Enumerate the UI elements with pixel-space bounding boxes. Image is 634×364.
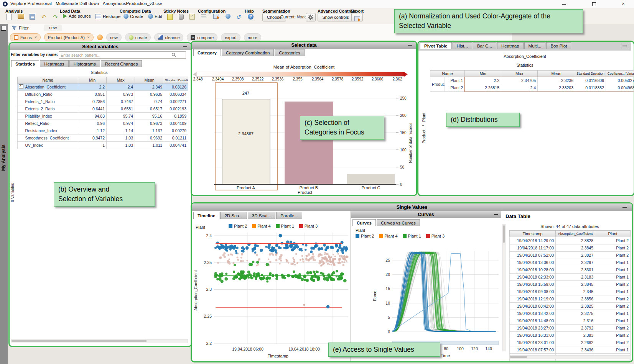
checkbox-checked-icon[interactable] <box>19 84 23 89</box>
toolbar-button-reshape[interactable]: Reshape <box>95 14 120 19</box>
checkbox-cell[interactable] <box>18 142 24 149</box>
window-restore-button[interactable] <box>589 1 599 7</box>
window-minimize-button[interactable] <box>559 1 569 7</box>
legend-item-plant-2[interactable]: Plant 2 <box>229 224 247 228</box>
toolbar-button-note-edit[interactable] <box>189 14 195 20</box>
data-row[interactable]: 19/04/2018 14:48:002.316Plant 1 <box>510 317 631 325</box>
toolbar-button-edit-ball[interactable]: Edit <box>148 14 162 19</box>
tab-statistics[interactable]: Statistics <box>11 60 39 67</box>
toolbar-button-help[interactable] <box>248 14 254 20</box>
tab-heatmaps[interactable]: Heatmaps <box>40 60 68 67</box>
data-row[interactable]: 19/04/2018 15:59:002.3845Plant 2 <box>510 281 631 288</box>
segmentation-gear-button[interactable] <box>306 13 316 21</box>
tab-multi[interactable]: Multi... <box>524 42 546 49</box>
restore-panel-icon[interactable] <box>1 26 6 31</box>
data-row[interactable]: 19/04/2018 12:19:002.3856Plant 2 <box>510 295 631 303</box>
toolbar-button-list[interactable] <box>201 14 206 18</box>
legend-item-plant-4[interactable]: Plant 4 <box>252 224 270 228</box>
data-row[interactable]: 19/04/2018 14:29:002.3828Plant 2 <box>510 237 631 244</box>
column-header-standard-deviation[interactable]: Standard Deviation <box>575 71 606 77</box>
filter-tag-focus[interactable]: Focus <box>10 33 41 41</box>
toolbar-button-undo[interactable] <box>41 14 46 21</box>
column-header-max[interactable]: Max <box>107 77 135 84</box>
color-gradient-bar[interactable] <box>196 72 404 77</box>
variable-row-reflect-ratio[interactable]: Reflect_Ratio0.960.9740.96730.004109 <box>18 120 188 127</box>
data-table-vscrollbar[interactable] <box>502 224 506 351</box>
toolbar-button-sphere[interactable] <box>226 14 231 19</box>
column-header-name[interactable]: Name <box>430 71 465 77</box>
variable-row-smoothness-coefficient[interactable]: Smoothness_Coefficient0.94721.030.96920.… <box>18 134 188 142</box>
data-row[interactable]: 19/04/2018 18:42:002.3275Plant 1 <box>510 310 631 317</box>
filter-tag-more[interactable]: more <box>244 33 261 41</box>
tab-recent-changes[interactable]: Recent Changes <box>101 60 142 67</box>
column-header-timestamp[interactable]: Timestamp <box>510 231 556 237</box>
variable-row-resistance-index[interactable]: Resistance_Index1.121.141.1370.00279 <box>18 127 188 134</box>
checkbox-cell[interactable] <box>18 134 24 142</box>
checkbox-cell[interactable] <box>18 91 24 98</box>
tab-3d-scat[interactable]: 3D Scat... <box>248 212 276 219</box>
minimize-single-values[interactable] <box>622 207 627 208</box>
variable-row-diffusion-ratio[interactable]: Diffusion_Ratio0.9510.9730.96350.006334 <box>18 91 188 98</box>
toolbar-button-eraser[interactable] <box>179 14 184 20</box>
data-row[interactable]: 19/04/2018 11:17:002.3845Plant 2 <box>510 244 631 252</box>
tag-close-icon[interactable] <box>35 35 37 39</box>
data-row[interactable]: 19/04/2018 23:27:002.3792Plant 2 <box>510 325 631 332</box>
variable-row-pliability-index[interactable]: Pliability_Index94.8395.7495.160.1859 <box>18 113 188 120</box>
tab-categories[interactable]: Categories <box>275 49 305 56</box>
data-row[interactable]: 19/04/2018 13:36:002.3297Plant 1 <box>510 259 631 266</box>
filter-tag-cleanse[interactable]: cleanse <box>154 33 183 41</box>
data-row[interactable]: 19/04/2018 08:42:002.3825Plant 2 <box>510 303 631 310</box>
data-row[interactable]: 19/04/2018 16:31:002.383Plant 2 <box>510 332 631 339</box>
toolbar-button-new-file[interactable] <box>6 14 12 20</box>
checkbox-cell[interactable] <box>18 127 24 134</box>
tab-box-plot[interactable]: Box Plot <box>546 42 571 49</box>
data-row[interactable]: 19/04/2018 07:52:002.3827Plant 2 <box>510 252 631 259</box>
column-header-min[interactable]: Min <box>465 71 501 77</box>
column-header-mean[interactable]: Mean <box>135 77 164 84</box>
show-controls-button[interactable]: Show controls <box>318 13 354 21</box>
minimize-pivot[interactable] <box>622 46 627 46</box>
pivot-row-plant-1[interactable]: Product APlant 12.22.347052.32360.011680… <box>430 77 634 84</box>
tab-pivot-table[interactable]: Pivot Table <box>420 42 452 49</box>
column-header-coefficien-f-variation[interactable]: Coefficien...f Variation <box>606 71 634 77</box>
checkbox-cell[interactable] <box>18 84 24 91</box>
toolbar-button-sticky-note[interactable] <box>167 14 173 20</box>
tab-curves-vs-curves[interactable]: Curves vs Curves <box>377 219 420 226</box>
filter-tag-compare[interactable]: compare <box>187 33 217 41</box>
tab-2d-sca[interactable]: 2D Sca... <box>220 212 247 219</box>
tab-heatmap[interactable]: Heatmap <box>497 42 524 49</box>
orange-ball-icon[interactable] <box>97 34 103 40</box>
legend-item-plant-4[interactable]: Plant 4 <box>379 234 397 238</box>
data-table-hscrollbar[interactable] <box>509 355 631 359</box>
toolbar-button-open-folder[interactable] <box>18 14 24 19</box>
data-row[interactable]: 19/04/2018 10:28:002.3301Plant 1 <box>510 266 631 274</box>
variable-row-uv-index[interactable]: UV_Index11.031.0110.004741 <box>18 142 188 149</box>
variable-row-absorption-coefficient[interactable]: Absorption_Coefficient2.22.42.3490.03126 <box>18 84 188 91</box>
tab-category-combination[interactable]: Category Combination <box>222 49 274 56</box>
filter-tag-new[interactable]: new <box>106 33 122 41</box>
legend-item-plant-1[interactable]: Plant 1 <box>276 224 294 228</box>
column-header-standard-deviation[interactable]: Standard Deviation <box>164 77 188 84</box>
minimize-select-variables[interactable] <box>183 46 187 47</box>
bar-product-a[interactable] <box>222 99 270 184</box>
tab-paralle[interactable]: Paralle... <box>276 212 302 219</box>
column-header-plant[interactable]: Plant <box>595 231 631 237</box>
search-input[interactable] <box>59 51 186 59</box>
minimize-select-data[interactable] <box>408 45 412 46</box>
toolbar-button-add-source[interactable]: Add source <box>63 14 91 18</box>
tab-new[interactable]: new <box>44 25 62 31</box>
data-row[interactable]: 19/04/2018 02:33:002.3183Plant 1 <box>510 274 631 281</box>
toolbar-button-transfer[interactable] <box>213 14 219 19</box>
window-close-button[interactable]: × <box>618 1 628 7</box>
legend-item-plant-1[interactable]: Plant 1 <box>403 234 421 238</box>
tab-bar-c[interactable]: Bar C... <box>473 42 496 49</box>
checkbox-cell[interactable] <box>18 105 24 113</box>
tab-hist[interactable]: Hist... <box>453 42 472 49</box>
tab-category[interactable]: Category <box>193 49 221 56</box>
column-header-mean[interactable]: Mean <box>538 71 575 77</box>
export-report-button[interactable] <box>351 13 363 21</box>
data-row[interactable]: 19/04/2018 07:57:002.3436Plant 1 <box>510 346 631 354</box>
column-header-max[interactable]: Max <box>501 71 538 77</box>
legend-item-plant-2[interactable]: Plant 2 <box>356 234 374 238</box>
data-row[interactable]: 19/04/2018 09:08:002.345Plant 1 <box>510 288 631 295</box>
